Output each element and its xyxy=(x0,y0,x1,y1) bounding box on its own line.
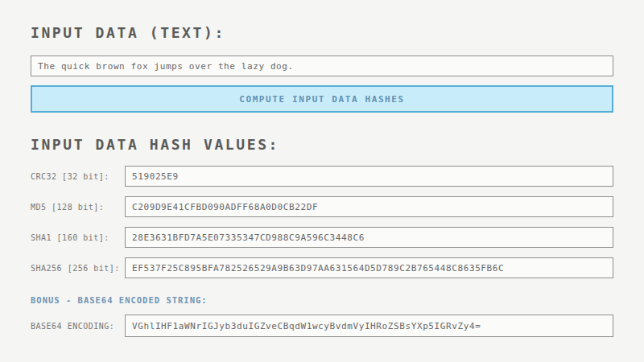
hash-row-sha1: SHA1 [160 bit]: 28E3631BFD7A5E07335347CD… xyxy=(31,227,613,248)
compute-hashes-button[interactable]: COMPUTE INPUT DATA HASHES xyxy=(31,85,613,113)
hash-row-crc32: CRC32 [32 bit]: 519025E9 xyxy=(31,166,613,187)
md5-label: MD5 [128 bit]: xyxy=(31,203,125,212)
sha256-label: SHA256 [256 bit]: xyxy=(31,264,125,273)
hash-row-base64: BASE64 ENCODING: VGhlIHF1aWNrIGJyb3duIGZ… xyxy=(31,315,613,337)
input-data-text-field[interactable] xyxy=(31,56,613,76)
bonus-base64-title: BONUS - BASE64 ENCODED STRING: xyxy=(31,295,613,305)
base64-value-field[interactable]: VGhlIHF1aWNrIGJyb3duIGZveCBqdW1wcyBvdmVy… xyxy=(125,315,613,337)
crc32-value-field[interactable]: 519025E9 xyxy=(125,166,613,187)
sha1-label: SHA1 [160 bit]: xyxy=(31,233,125,242)
base64-label: BASE64 ENCODING: xyxy=(31,322,125,331)
sha256-value-field[interactable]: EF537F25C895BFA782526529A9B63D97AA631564… xyxy=(125,257,613,278)
hash-row-sha256: SHA256 [256 bit]: EF537F25C895BFA7825265… xyxy=(31,257,613,278)
page: INPUT DATA (TEXT): COMPUTE INPUT DATA HA… xyxy=(0,24,644,337)
md5-value-field[interactable]: C209D9E41CFBD090ADFF68A0D0CB22DF xyxy=(125,196,613,217)
input-data-title: INPUT DATA (TEXT): xyxy=(31,24,613,41)
hash-row-md5: MD5 [128 bit]: C209D9E41CFBD090ADFF68A0D… xyxy=(31,196,613,217)
hash-values-title: INPUT DATA HASH VALUES: xyxy=(31,136,613,153)
sha1-value-field[interactable]: 28E3631BFD7A5E07335347CD988C9A596C3448C6 xyxy=(125,227,613,248)
crc32-label: CRC32 [32 bit]: xyxy=(31,172,125,181)
